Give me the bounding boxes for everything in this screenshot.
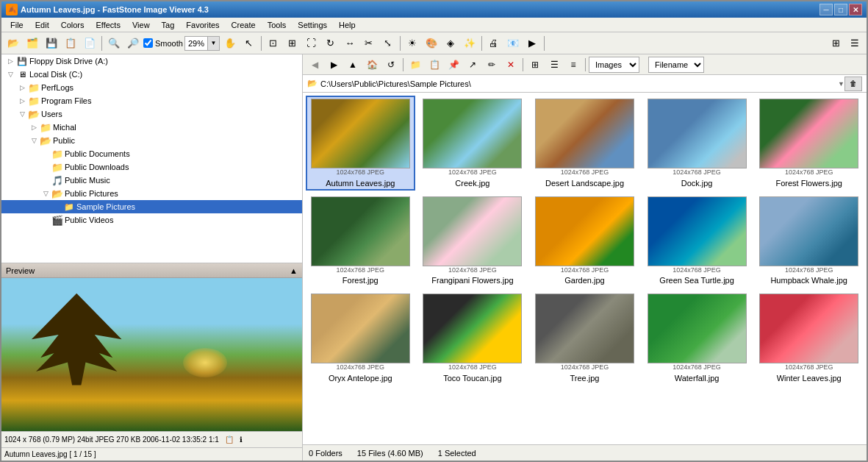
- toolbar-save-btn[interactable]: 💾: [43, 35, 60, 52]
- tree-item-public-pictures[interactable]: ▽ 📂 Public Pictures: [1, 187, 302, 200]
- thumbnail-item[interactable]: 1024x768 JPEGGarden.jpg: [530, 193, 639, 288]
- thumbnail-item[interactable]: 1024x768 JPEGForest Flowers.jpg: [754, 96, 864, 191]
- menu-tools[interactable]: Tools: [262, 19, 293, 31]
- preview-toggle[interactable]: ▲: [290, 266, 298, 275]
- toolbar-crop-btn[interactable]: ✂: [360, 35, 378, 52]
- smooth-checkbox[interactable]: [143, 38, 153, 48]
- path-dropdown-arrow[interactable]: ▼: [838, 80, 844, 88]
- thumbnail-item[interactable]: 1024x768 JPEGToco Toucan.jpg: [418, 291, 528, 385]
- menu-create[interactable]: Create: [226, 19, 262, 31]
- thumbnail-item[interactable]: 1024x768 JPEGOryx Antelope.jpg: [306, 291, 415, 385]
- nav-forward-btn[interactable]: ▶: [325, 57, 342, 73]
- thumbnail-item[interactable]: 1024x768 JPEGHumpback Whale.jpg: [754, 193, 864, 288]
- tree-item-michal[interactable]: ▷ 📁 Michal: [1, 121, 302, 134]
- menu-help[interactable]: Help: [333, 19, 362, 31]
- menu-view[interactable]: View: [126, 19, 156, 31]
- toolbar-email-btn[interactable]: 📧: [504, 35, 522, 52]
- toolbar-brightness-btn[interactable]: ☀: [403, 35, 421, 52]
- menu-edit[interactable]: Edit: [29, 19, 55, 31]
- path-refresh-btn[interactable]: 🗑: [844, 77, 862, 91]
- nav-rename-btn[interactable]: ✏: [483, 57, 501, 73]
- toolbar-zoom-in-btn[interactable]: 🔍: [105, 35, 123, 52]
- toolbar-flip-btn[interactable]: ↔: [341, 35, 359, 52]
- tree-item-public-music[interactable]: 🎵 Public Music: [1, 174, 302, 187]
- thumbnail-item[interactable]: 1024x768 JPEGTree.jpg: [530, 291, 639, 385]
- tree-scroll[interactable]: ▷ 💾 Floppy Disk Drive (A:) ▽ 🖥 Local Dis…: [1, 54, 302, 263]
- toolbar-color-btn[interactable]: 🎨: [423, 35, 440, 52]
- toolbar-fullscreen-btn[interactable]: ⛶: [303, 35, 320, 52]
- nav-back-btn[interactable]: ◀: [306, 57, 323, 73]
- thumbnail-item[interactable]: 1024x768 JPEGAutumn Leaves.jpg: [306, 96, 415, 191]
- tree-item-perflogs[interactable]: ▷ 📁 PerfLogs: [1, 81, 302, 94]
- nav-paste-btn[interactable]: 📌: [445, 57, 462, 73]
- nav-copy-btn[interactable]: 📋: [426, 57, 443, 73]
- thumbnail-item[interactable]: 1024x768 JPEGDock.jpg: [642, 96, 752, 191]
- toolbar-actual-btn[interactable]: ⊞: [284, 35, 301, 52]
- menu-colors[interactable]: Colors: [55, 19, 90, 31]
- menu-effects[interactable]: Effects: [90, 19, 126, 31]
- nav-up-btn[interactable]: ▲: [344, 57, 362, 73]
- toolbar-fit-btn[interactable]: ⊡: [265, 35, 282, 52]
- tree-item-public-documents[interactable]: 📁 Public Documents: [1, 147, 302, 160]
- menu-favorites[interactable]: Favorites: [180, 19, 225, 31]
- main-content: ▷ 💾 Floppy Disk Drive (A:) ▽ 🖥 Local Dis…: [1, 54, 867, 461]
- thumbnail-item[interactable]: 1024x768 JPEGWaterfall.jpg: [642, 291, 752, 385]
- tree-item-sample-pictures[interactable]: 📁 Sample Pictures: [1, 200, 302, 213]
- nav-view-detail-btn[interactable]: ≡: [564, 57, 582, 73]
- folder-icon: 📁: [40, 121, 51, 133]
- zoom-arrow-btn[interactable]: ▼: [207, 37, 219, 50]
- copy-icon[interactable]: 📋: [225, 436, 234, 444]
- thumbnail-item[interactable]: 1024x768 JPEGForest.jpg: [306, 193, 415, 288]
- thumbnail-item[interactable]: 1024x768 JPEGGreen Sea Turtle.jpg: [642, 193, 752, 288]
- toolbar-sep-1: [101, 36, 102, 51]
- nav-folder-new-btn[interactable]: 📁: [406, 57, 424, 73]
- tree-item-program-files[interactable]: ▷ 📁 Program Files: [1, 94, 302, 107]
- nav-view-list-btn[interactable]: ☰: [545, 57, 563, 73]
- toolbar-sharpen-btn[interactable]: ◈: [442, 35, 459, 52]
- toolbar-cursor-btn[interactable]: ↖: [240, 35, 258, 52]
- nav-refresh-btn[interactable]: ↺: [382, 57, 400, 73]
- toolbar-zoom-out-btn[interactable]: 🔎: [124, 35, 142, 52]
- toolbar-effects-btn[interactable]: ✨: [461, 35, 478, 52]
- thumbnail-item[interactable]: 1024x768 JPEGWinter Leaves.jpg: [754, 291, 864, 385]
- tree-label: Public Music: [65, 176, 110, 185]
- maximize-button[interactable]: □: [834, 4, 847, 15]
- tree-item-local-c[interactable]: ▽ 🖥 Local Disk (C:): [1, 68, 302, 81]
- toolbar-slideshow-btn[interactable]: ▶: [523, 35, 541, 52]
- tree-item-public-downloads[interactable]: 📁 Public Downloads: [1, 160, 302, 174]
- menu-file[interactable]: File: [4, 19, 29, 31]
- close-button[interactable]: ✕: [849, 4, 862, 15]
- thumbnail-item[interactable]: 1024x768 JPEGCreek.jpg: [418, 96, 528, 191]
- toolbar-list-view-btn[interactable]: ☰: [846, 35, 864, 52]
- nav-view-thumb-btn[interactable]: ⊞: [526, 57, 544, 73]
- thumbnail-item[interactable]: 1024x768 JPEGFrangipani Flowers.jpg: [418, 193, 528, 288]
- menu-settings[interactable]: Settings: [292, 19, 333, 31]
- toolbar-grid-view-btn[interactable]: ⊞: [827, 35, 844, 52]
- smooth-checkbox-container[interactable]: Smooth: [143, 38, 183, 48]
- tree-label: Public Pictures: [65, 189, 118, 198]
- minimize-button[interactable]: ─: [819, 4, 833, 15]
- folder-tree[interactable]: ▷ 💾 Floppy Disk Drive (A:) ▽ 🖥 Local Dis…: [1, 54, 302, 263]
- zoom-dropdown[interactable]: 29% ▼: [184, 36, 220, 51]
- thumbnails-area[interactable]: 1024x768 JPEGAutumn Leaves.jpg1024x768 J…: [303, 93, 867, 444]
- toolbar-print-btn[interactable]: 🖨: [485, 35, 503, 52]
- toolbar-save-as-btn[interactable]: 📋: [62, 35, 79, 52]
- filter-select[interactable]: Images All Files: [589, 57, 639, 73]
- sort-select[interactable]: Filename Date Size: [648, 57, 704, 73]
- toolbar-copy-btn[interactable]: 📄: [81, 35, 98, 52]
- toolbar-resize-btn[interactable]: ⤡: [379, 35, 397, 52]
- thumbnail-item[interactable]: 1024x768 JPEGDesert Landscape.jpg: [530, 96, 639, 191]
- toolbar-hand-btn[interactable]: ✋: [221, 35, 239, 52]
- tree-item-public[interactable]: ▽ 📂 Public: [1, 134, 302, 147]
- toolbar-open-btn[interactable]: 📂: [4, 35, 22, 52]
- nav-delete-btn[interactable]: ✕: [502, 57, 520, 73]
- tree-item-public-videos[interactable]: 🎬 Public Videos: [1, 213, 302, 227]
- nav-move-btn[interactable]: ↗: [464, 57, 481, 73]
- toolbar-browse-btn[interactable]: 🗂️: [24, 35, 41, 52]
- tree-item-users[interactable]: ▽ 📂 Users: [1, 107, 302, 121]
- nav-home-btn[interactable]: 🏠: [363, 57, 381, 73]
- menu-tag[interactable]: Tag: [156, 19, 181, 31]
- tree-item-floppy[interactable]: ▷ 💾 Floppy Disk Drive (A:): [1, 54, 302, 68]
- toolbar-rotate-btn[interactable]: ↻: [322, 35, 340, 52]
- info-icon[interactable]: ℹ: [240, 436, 243, 444]
